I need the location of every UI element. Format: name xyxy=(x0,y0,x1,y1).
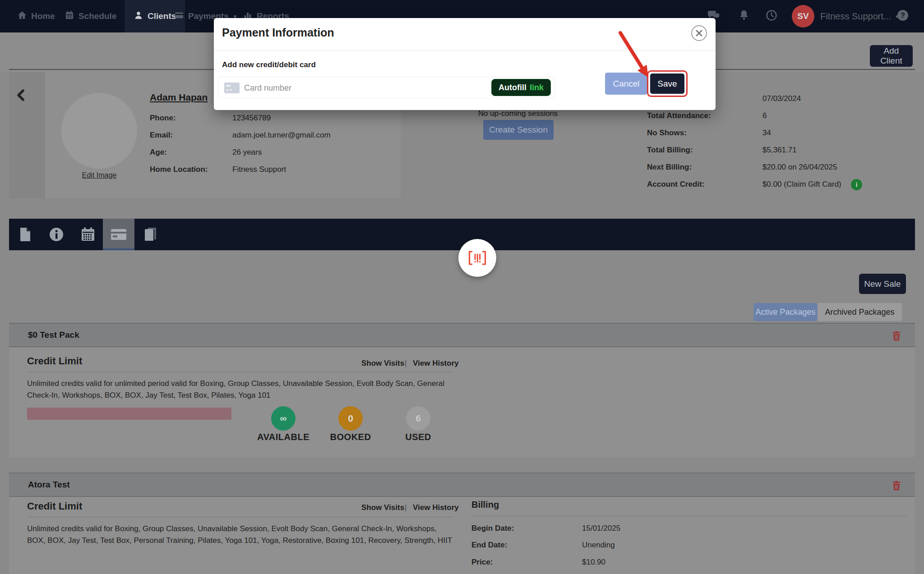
modal-divider xyxy=(214,50,716,51)
stat-value: 34 xyxy=(762,129,771,137)
add-client-label: Add Client xyxy=(873,46,910,66)
field-label: Age: xyxy=(150,148,232,157)
nav-schedule-label: Schedule xyxy=(79,11,116,21)
link-separator: | xyxy=(405,359,407,368)
view-history-link[interactable]: View History xyxy=(413,359,459,368)
tab-schedule[interactable] xyxy=(72,219,104,250)
modal-title: Payment Information xyxy=(222,26,334,39)
history-button[interactable] xyxy=(765,0,778,32)
client-name-link[interactable]: Adam Hapan xyxy=(150,92,214,103)
section-divider xyxy=(27,372,453,372)
packages-toggle: Active Packages Archived Packages xyxy=(753,303,902,321)
new-sale-label: New Sale xyxy=(864,279,901,289)
add-card-section-label: Add new credit/debit card xyxy=(222,60,316,69)
person-icon xyxy=(134,10,143,23)
trash-icon xyxy=(891,330,902,342)
show-visits-link[interactable]: Show Visits xyxy=(361,503,404,512)
new-sale-button[interactable]: New Sale xyxy=(859,274,906,294)
help-button[interactable]: ? xyxy=(896,0,910,32)
delete-package-button[interactable] xyxy=(891,480,902,491)
package-description: Unlimited credits valid for Boxing, Grou… xyxy=(27,523,457,546)
billing-row: Price:$10.90 xyxy=(471,558,814,568)
add-client-button[interactable]: Add Client xyxy=(870,45,913,67)
app-screen: Home Schedule Clients Payments ▾ Reports xyxy=(0,0,924,574)
info-icon xyxy=(48,226,65,243)
save-button[interactable]: Save xyxy=(650,73,684,94)
card-number-input[interactable] xyxy=(243,81,434,95)
package-description: Unlimited credits valid for unlimited pe… xyxy=(27,378,457,401)
trash-icon xyxy=(891,480,902,491)
bell-icon xyxy=(738,9,750,23)
client-photo-placeholder xyxy=(61,93,137,169)
stat-value: 07/03/2024 xyxy=(762,94,801,103)
available-value: ∞ xyxy=(280,413,287,424)
barcode-scan-button[interactable] xyxy=(458,239,496,277)
stat-row: Total Attendance:6 xyxy=(647,111,918,121)
claim-gift-card-link[interactable]: $0.00 (Claim Gift Card) xyxy=(762,180,841,188)
cancel-button[interactable]: Cancel xyxy=(605,73,647,95)
tab-packages[interactable] xyxy=(134,219,166,250)
calendar-icon xyxy=(65,10,74,23)
file-icon xyxy=(18,227,32,242)
link-separator: | xyxy=(405,503,407,512)
archived-packages-tab[interactable]: Archived Packages xyxy=(818,303,902,321)
nav-schedule[interactable]: Schedule xyxy=(65,0,116,32)
create-session-button[interactable]: Create Session xyxy=(483,120,554,140)
show-visits-link[interactable]: Show Visits xyxy=(361,359,404,368)
notifications-button[interactable] xyxy=(738,0,750,32)
package-panel: Atora Test Credit Limit Show Visits | Vi… xyxy=(9,473,915,574)
used-counter: 6 xyxy=(406,406,430,431)
delete-package-button[interactable] xyxy=(891,330,902,342)
active-packages-tab[interactable]: Active Packages xyxy=(753,303,818,321)
autofill-link-button[interactable]: Autofill link xyxy=(491,79,551,96)
field-value: Fitness Support xyxy=(232,165,286,174)
tab-payments-active[interactable] xyxy=(103,219,134,250)
tab-documents[interactable] xyxy=(9,219,41,250)
package-header-band: Atora Test xyxy=(9,473,915,497)
avatar-initials: SV xyxy=(797,11,808,21)
used-value: 6 xyxy=(416,413,421,424)
edit-image-link[interactable]: Edit Image xyxy=(68,171,131,179)
client-field-row: Home Location:Fitness Support xyxy=(150,165,430,175)
billing-row: End Date:Unending xyxy=(471,541,814,551)
billing-value: 15/01/2025 xyxy=(582,524,620,533)
account-name: Fitness Support... xyxy=(820,11,891,22)
nav-home[interactable]: Home xyxy=(17,0,55,32)
field-label: Phone: xyxy=(150,114,232,123)
billing-label: Begin Date: xyxy=(471,524,582,533)
tab-info[interactable] xyxy=(41,219,72,250)
modal-close-button[interactable] xyxy=(691,25,707,41)
account-credit-info-icon[interactable]: i xyxy=(851,179,862,190)
section-divider xyxy=(27,517,453,517)
client-field-row: Email:adam.joel.turner@gmail.com xyxy=(150,131,430,141)
client-field-row: Phone:123456789 xyxy=(150,114,430,124)
avatar[interactable]: SV xyxy=(792,5,814,28)
used-label: USED xyxy=(384,432,452,442)
no-sessions-text: No up-coming sessions xyxy=(460,109,576,118)
view-history-link[interactable]: View History xyxy=(413,503,459,512)
stat-label: Next Billing: xyxy=(647,163,762,172)
autofill-label: Autofill xyxy=(499,83,527,92)
billing-divider xyxy=(471,516,907,516)
stat-row: Account Credit:$0.00 (Claim Gift Card) xyxy=(647,180,918,190)
book-icon xyxy=(143,226,158,243)
credit-card-icon xyxy=(174,10,184,23)
previous-client-button[interactable] xyxy=(14,88,28,104)
stat-label: No Shows: xyxy=(647,129,762,138)
package-panel: $0 Test Pack Credit Limit Show Visits | … xyxy=(9,323,915,457)
package-name: $0 Test Pack xyxy=(28,330,79,340)
credit-limit-title: Credit Limit xyxy=(27,501,82,512)
stat-value: $5,361.71 xyxy=(762,146,797,154)
billing-label: End Date: xyxy=(471,541,582,550)
available-label: AVAILABLE xyxy=(249,432,317,442)
card-number-field[interactable]: Autofill link xyxy=(218,77,555,98)
billing-label: Price: xyxy=(471,558,582,567)
account-menu[interactable]: Fitness Support... ▾ xyxy=(820,0,898,32)
stat-row: Total Billing:$5,361.71 xyxy=(647,146,918,156)
client-tab-strip xyxy=(9,219,915,250)
client-field-row: Age:26 years xyxy=(150,148,430,158)
field-value: adam.joel.turner@gmail.com xyxy=(232,131,331,139)
billing-row: Begin Date:15/01/2025 xyxy=(471,524,814,534)
autofill-link-label: link xyxy=(530,83,544,92)
available-counter: ∞ xyxy=(271,406,296,431)
